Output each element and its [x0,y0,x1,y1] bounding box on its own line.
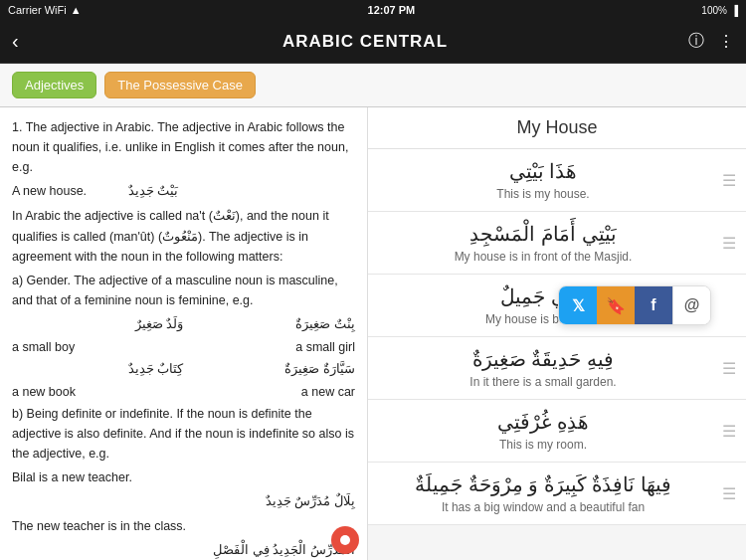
new-book-english: a new book [12,382,184,402]
new-book-arabic: كِتَابٌ جَدِيدٌ [12,359,184,380]
definite-explanation: b) Being definite or indefinite. If the … [12,404,355,464]
sentence-arabic-1: هَذَا بَيْتِي [380,159,706,183]
sentence-row-1[interactable]: هَذَا بَيْتِي This is my house. ☰ [368,149,746,212]
nav-actions: ⓘ ⋮ [688,31,734,52]
row-icon-5: ☰ [722,422,736,441]
share-email-button[interactable]: @ [672,286,710,324]
sentence-arabic-4: فِيهِ حَدِيقَةٌ صَغِيرَةٌ [380,347,706,371]
sentence-english-1: This is my house. [380,187,706,201]
gender-label: a) Gender. The adjective of a masculine … [12,271,355,310]
new-house-arabic: بَيْتٌ جَدِيدٌ [128,183,179,198]
row-icon-2: ☰ [722,234,736,253]
boy-girl-row: وَلَدٌ صَغِيرٌ بِنْتٌ صَغِيرَةٌ [12,314,355,335]
sentence-row-3[interactable]: بَيْتِي جَمِيلٌ My house is beautiful. 𝕏… [368,275,746,337]
teacher-english: The new teacher is in the class. [12,516,355,536]
new-car-english: a new car [184,382,356,402]
status-bar: Carrier WiFi ▲ 12:07 PM 100% ▐ [0,0,746,20]
bilal-arabic: بِلَالٌ مُدَرِّسٌ جَدِيدٌ [12,491,355,512]
sentence-english-4: In it there is a small garden. [380,375,706,389]
new-house-label: A new house. بَيْتٌ جَدِيدٌ [12,181,355,202]
sentence-english-6: It has a big window and a beautiful fan [380,500,706,514]
sentence-row-5[interactable]: هَذِهِ غُرْفَتِي This is my room. ☰ [368,400,746,463]
share-popup: 𝕏 🔖 f @ [558,285,711,325]
right-panel: My House هَذَا بَيْتِي This is my house.… [368,107,746,560]
nav-bar: ‹ ARABIC CENTRAL ⓘ ⋮ [0,20,746,64]
sentence-arabic-6: فِيهَا نَافِذَةٌ كَبِيرَةٌ وَ مِرْوَحَةٌ… [380,472,706,496]
bilal-english: Bilal is a new teacher. [12,467,355,487]
na-t-explanation: In Arabic the adjective is called na't (… [12,206,355,268]
row-icon-1: ☰ [722,171,736,190]
right-panel-title: My House [368,107,746,149]
info-icon[interactable]: ⓘ [688,31,704,52]
wifi-icon: ▲ [71,4,82,16]
sentence-english-5: This is my room. [380,438,706,452]
status-right: 100% ▐ [701,5,738,16]
tab-adjectives[interactable]: Adjectives [12,72,96,98]
small-boy-arabic: وَلَدٌ صَغِيرٌ [12,314,184,335]
small-girl-arabic: بِنْتٌ صَغِيرَةٌ [184,314,356,335]
small-girl-english: a small girl [184,337,356,357]
back-button[interactable]: ‹ [12,30,42,53]
share-bookmark-button[interactable]: 🔖 [597,286,635,324]
battery-icon: ▐ [731,5,738,16]
teacher-arabic: اَلْمُدَرِّسُ الْجَدِيدُ فِي الْفَصْلِ [12,540,355,560]
new-car-arabic: سَيَّارَةٌ صَغِيرَةٌ [184,359,356,380]
intro-text: 1. The adjective in Arabic. The adjectiv… [12,117,355,177]
status-left: Carrier WiFi ▲ [8,4,82,16]
sentence-row-2[interactable]: بَيْتِي أَمَامَ الْمَسْجِدِ My house is … [368,212,746,275]
sentence-row-6[interactable]: فِيهَا نَافِذَةٌ كَبِيرَةٌ وَ مِرْوَحَةٌ… [368,463,746,525]
carrier-label: Carrier WiFi [8,4,67,16]
sentence-arabic-5: هَذِهِ غُرْفَتِي [380,410,706,434]
tab-possessive[interactable]: The Possessive Case [104,72,256,98]
main-content: 1. The adjective in Arabic. The adjectiv… [0,107,746,560]
nav-title: ARABIC CENTRAL [282,32,448,52]
battery-label: 100% [701,5,727,16]
book-car-english: a new book a new car [12,382,355,402]
share-twitter-button[interactable]: 𝕏 [559,286,597,324]
sentence-arabic-2: بَيْتِي أَمَامَ الْمَسْجِدِ [380,222,706,246]
left-panel: 1. The adjective in Arabic. The adjectiv… [0,107,368,560]
more-icon[interactable]: ⋮ [718,32,734,51]
small-boy-english: a small boy [12,337,184,357]
status-time: 12:07 PM [368,4,416,16]
share-facebook-button[interactable]: f [635,286,672,324]
record-button[interactable] [331,526,359,554]
sentence-row-4[interactable]: فِيهِ حَدِيقَةٌ صَغِيرَةٌ In it there is… [368,337,746,400]
sentence-english-2: My house is in front of the Masjid. [380,250,706,264]
boy-girl-english: a small boy a small girl [12,337,355,357]
row-icon-4: ☰ [722,359,736,378]
book-car-arabic: كِتَابٌ جَدِيدٌ سَيَّارَةٌ صَغِيرَةٌ [12,359,355,380]
row-icon-6: ☰ [722,484,736,503]
tab-bar: Adjectives The Possessive Case [0,64,746,107]
